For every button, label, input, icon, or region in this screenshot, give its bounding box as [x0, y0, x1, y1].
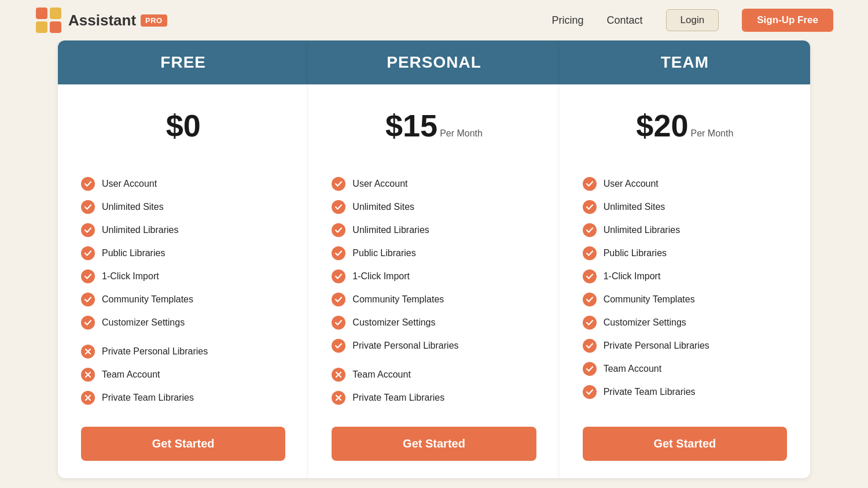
nav: Pricing Contact Login Sign-Up Free	[552, 9, 833, 32]
svg-rect-3	[50, 21, 61, 33]
plan-card-team: TEAM$20Per MonthUser AccountUnlimited Si…	[560, 40, 810, 478]
list-item: User Account	[583, 172, 787, 195]
list-item: 1-Click Import	[332, 265, 536, 288]
login-button[interactable]: Login	[666, 9, 719, 31]
list-item: Unlimited Libraries	[583, 219, 787, 242]
feature-text: Customizer Settings	[352, 317, 435, 328]
check-icon	[583, 246, 597, 260]
list-item: Private Team Libraries	[583, 380, 787, 404]
feature-text: Unlimited Sites	[604, 202, 665, 212]
feature-text: Community Templates	[352, 294, 444, 305]
feature-text: 1-Click Import	[604, 271, 661, 282]
check-icon	[81, 269, 95, 283]
check-icon	[583, 339, 597, 353]
feature-text: Community Templates	[604, 294, 695, 305]
logo-icon	[35, 6, 62, 34]
logo-name: Assistant	[68, 12, 136, 29]
cross-icon	[332, 368, 345, 382]
price-area-personal: $15Per Month	[332, 102, 536, 155]
nav-contact[interactable]: Contact	[607, 14, 643, 27]
list-item: Public Libraries	[81, 242, 285, 265]
check-icon	[583, 316, 597, 330]
feature-text: Private Team Libraries	[102, 393, 194, 403]
check-icon	[332, 246, 345, 260]
plan-header-personal: PERSONAL	[308, 40, 559, 84]
feature-text: Private Personal Libraries	[102, 346, 208, 357]
feature-text: Team Account	[352, 369, 411, 380]
price-amount-personal: $15	[385, 108, 437, 143]
list-item: Private Personal Libraries	[81, 340, 285, 363]
get-started-button-free[interactable]: Get Started	[81, 427, 285, 461]
check-icon	[332, 269, 345, 283]
cross-icon	[81, 345, 95, 358]
check-icon	[81, 200, 95, 214]
feature-text: Private Team Libraries	[604, 387, 696, 397]
check-icon	[332, 293, 345, 306]
feature-text: Unlimited Libraries	[352, 225, 429, 235]
check-icon	[583, 385, 597, 399]
feature-text: Public Libraries	[102, 248, 165, 258]
list-item: Public Libraries	[332, 242, 536, 265]
check-icon	[583, 177, 597, 191]
plan-card-free: FREE$0User AccountUnlimited SitesUnlimit…	[58, 40, 308, 478]
check-icon	[583, 293, 597, 306]
get-started-button-personal[interactable]: Get Started	[332, 427, 536, 461]
check-icon	[81, 293, 95, 306]
svg-rect-1	[50, 8, 61, 19]
plan-header-free: FREE	[58, 40, 308, 84]
feature-text: Customizer Settings	[604, 317, 686, 328]
features-list-team: User AccountUnlimited SitesUnlimited Lib…	[583, 172, 787, 409]
list-item: Customizer Settings	[81, 311, 285, 334]
feature-text: Public Libraries	[604, 248, 667, 258]
list-item: Private Personal Libraries	[332, 334, 536, 357]
check-icon	[332, 177, 345, 191]
plan-body-personal: $15Per MonthUser AccountUnlimited SitesU…	[308, 84, 559, 478]
list-item: Unlimited Sites	[583, 195, 787, 219]
check-icon	[583, 362, 597, 376]
cross-icon	[81, 391, 95, 405]
feature-text: 1-Click Import	[352, 271, 410, 282]
plan-body-team: $20Per MonthUser AccountUnlimited SitesU…	[560, 84, 810, 478]
header: Assistant PRO Pricing Contact Login Sign…	[0, 0, 868, 40]
list-item: User Account	[332, 172, 536, 195]
price-area-free: $0	[81, 102, 285, 155]
logo-area: Assistant PRO	[35, 6, 167, 34]
plan-card-personal: PERSONAL$15Per MonthUser AccountUnlimite…	[308, 40, 559, 478]
feature-text: User Account	[352, 179, 407, 189]
signup-button[interactable]: Sign-Up Free	[742, 9, 833, 32]
list-item: User Account	[81, 172, 285, 195]
feature-text: Unlimited Sites	[352, 202, 414, 212]
feature-text: Customizer Settings	[102, 317, 185, 328]
check-icon	[332, 339, 345, 353]
plan-header-team: TEAM	[560, 40, 810, 84]
list-item: Public Libraries	[583, 242, 787, 265]
list-item: Customizer Settings	[332, 311, 536, 334]
svg-rect-0	[36, 8, 47, 19]
plan-title-free: FREE	[69, 53, 297, 72]
feature-text: Unlimited Libraries	[604, 225, 681, 235]
pro-badge: PRO	[141, 14, 167, 27]
price-period-team: Per Month	[690, 128, 733, 138]
feature-text: Community Templates	[102, 294, 193, 305]
list-item: Unlimited Sites	[81, 195, 285, 219]
list-item: Private Personal Libraries	[583, 334, 787, 357]
feature-text: Public Libraries	[352, 248, 415, 258]
list-item: Unlimited Libraries	[332, 219, 536, 242]
main-content: FREE$0User AccountUnlimited SitesUnlimit…	[0, 40, 868, 488]
list-item: Team Account	[583, 357, 787, 380]
check-icon	[583, 223, 597, 237]
check-icon	[583, 269, 597, 283]
list-item: 1-Click Import	[81, 265, 285, 288]
check-icon	[81, 246, 95, 260]
list-item: Private Team Libraries	[81, 386, 285, 409]
feature-text: Unlimited Sites	[102, 202, 164, 212]
check-icon	[332, 223, 345, 237]
check-icon	[81, 177, 95, 191]
price-period-personal: Per Month	[440, 128, 483, 138]
list-item: Community Templates	[332, 288, 536, 311]
nav-pricing[interactable]: Pricing	[552, 14, 584, 27]
get-started-button-team[interactable]: Get Started	[583, 427, 787, 461]
feature-text: Private Personal Libraries	[352, 341, 458, 351]
list-item: Team Account	[332, 363, 536, 386]
check-icon	[81, 223, 95, 237]
